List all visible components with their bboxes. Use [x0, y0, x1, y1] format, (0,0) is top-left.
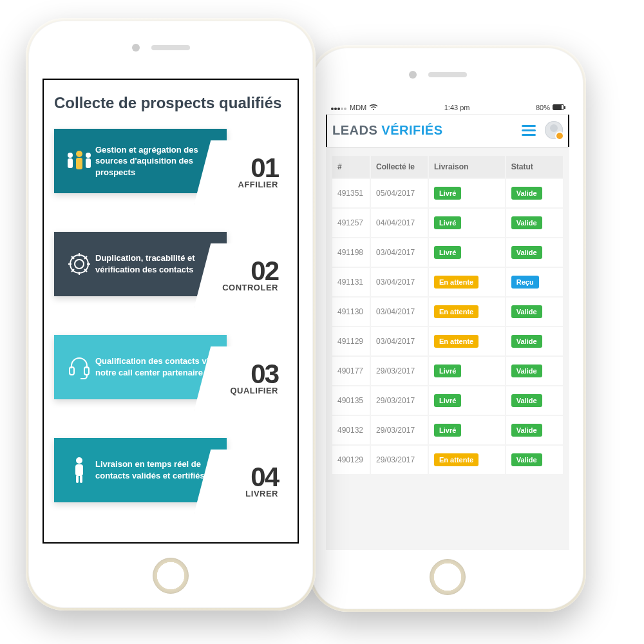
cell-status: Reçu — [506, 268, 563, 296]
step-affilier[interactable]: Gestion et agrégation des sources d'aqui… — [54, 129, 287, 214]
cell-date: 29/03/2017 — [371, 416, 428, 444]
svg-point-10 — [76, 457, 82, 464]
cell-date: 03/04/2017 — [371, 298, 428, 326]
delivery-badge: Livré — [434, 246, 461, 259]
table-row[interactable]: 49012929/03/2017En attenteValide — [332, 446, 563, 474]
svg-rect-12 — [76, 475, 79, 483]
step-label: AFFILIER — [238, 180, 279, 189]
step-desc: Livraison en temps réel de contacts vali… — [95, 459, 216, 481]
table-row[interactable]: 49013529/03/2017LivréValide — [332, 386, 563, 415]
cell-id: 491257 — [332, 209, 370, 237]
delivery-badge: Livré — [434, 394, 461, 407]
cell-status: Valide — [506, 446, 563, 474]
status-badge: Valide — [511, 246, 542, 259]
step-qualifier[interactable]: Qualification des contacts via notre cal… — [54, 335, 287, 420]
cell-status: Valide — [506, 209, 563, 237]
step-label: CONTROLER — [222, 283, 278, 292]
table-row[interactable]: 49017729/03/2017LivréValide — [332, 357, 563, 385]
battery-label: 80% — [536, 104, 550, 111]
col-date[interactable]: Collecté le — [371, 156, 428, 178]
cell-status: Valide — [506, 357, 563, 385]
col-id[interactable]: # — [332, 156, 370, 178]
cell-id: 491130 — [332, 298, 370, 326]
cell-id: 491131 — [332, 268, 370, 296]
cell-date: 05/04/2017 — [371, 179, 428, 207]
table-row[interactable]: 49113103/04/2017En attenteReçu — [332, 268, 563, 296]
cell-date: 29/03/2017 — [371, 446, 428, 474]
cell-date: 03/04/2017 — [371, 327, 428, 355]
delivery-badge: En attente — [434, 305, 478, 318]
table-row[interactable]: 49125704/04/2017LivréValide — [332, 209, 563, 237]
delivery-badge: En attente — [434, 453, 478, 466]
menu-icon[interactable] — [522, 125, 536, 136]
svg-point-14 — [373, 109, 374, 110]
delivery-badge: Livré — [434, 365, 461, 377]
cell-status: Valide — [506, 298, 563, 326]
cell-delivery: Livré — [429, 209, 505, 237]
page-title: Collecte de prospects qualifiés — [54, 94, 287, 112]
phone-left: Collecte de prospects qualifiés Gestion … — [26, 18, 316, 611]
app-bar: LEADS VÉRIFIÉS — [326, 115, 569, 148]
gear-icon — [63, 251, 95, 277]
cell-id: 491351 — [332, 179, 370, 207]
svg-rect-13 — [80, 475, 82, 483]
phone-camera — [409, 71, 417, 79]
table-row[interactable]: 49113003/04/2017En attenteValide — [332, 298, 563, 326]
home-button[interactable] — [153, 558, 189, 594]
phone-right: MDM 1:43 pm 80% LEADS VÉRIFIÉS — [309, 45, 586, 612]
svg-point-6 — [75, 260, 84, 269]
brand-logo[interactable]: LEADS VÉRIFIÉS — [332, 123, 443, 138]
cell-status: Valide — [506, 386, 563, 415]
brand-word-2: VÉRIFIÉS — [381, 123, 442, 137]
delivery-badge: Livré — [434, 424, 461, 437]
home-button[interactable] — [430, 559, 466, 595]
screen-right: MDM 1:43 pm 80% LEADS VÉRIFIÉS — [326, 100, 569, 550]
signal-icon — [331, 104, 347, 111]
wifi-icon — [369, 104, 378, 111]
status-badge: Valide — [511, 394, 542, 407]
leads-table-wrap: # Collecté le Livraison Statut 49135105/… — [326, 148, 569, 550]
phone-speaker — [428, 72, 467, 77]
svg-point-0 — [76, 151, 82, 157]
table-row[interactable]: 49112903/04/2017En attenteValide — [332, 327, 563, 355]
svg-point-2 — [68, 153, 73, 158]
status-badge: Valide — [511, 187, 542, 200]
cell-id: 491129 — [332, 327, 370, 355]
headset-icon — [63, 354, 95, 380]
avatar[interactable] — [545, 121, 563, 139]
status-badge: Valide — [511, 216, 542, 229]
step-number: 01 — [251, 156, 278, 180]
step-desc: Qualification des contacts via notre cal… — [95, 355, 216, 378]
phone-speaker — [151, 45, 190, 50]
cell-delivery: Livré — [429, 179, 505, 207]
table-row[interactable]: 49135105/04/2017LivréValide — [332, 179, 563, 207]
cell-date: 03/04/2017 — [371, 268, 428, 296]
step-livrer[interactable]: Livraison en temps réel de contacts vali… — [54, 438, 287, 523]
delivery-badge: En attente — [434, 335, 478, 348]
cell-status: Valide — [506, 179, 563, 207]
svg-rect-11 — [75, 464, 83, 476]
svg-point-4 — [86, 153, 91, 158]
col-delivery[interactable]: Livraison — [429, 156, 505, 178]
delivery-badge: Livré — [434, 187, 461, 200]
screen-left: Collecte de prospects qualifiés Gestion … — [43, 79, 299, 544]
leads-table: # Collecté le Livraison Statut 49135105/… — [331, 155, 564, 475]
table-row[interactable]: 49119803/04/2017LivréValide — [332, 238, 563, 267]
status-badge: Valide — [511, 424, 542, 437]
cell-status: Valide — [506, 327, 563, 355]
battery-icon — [553, 104, 564, 110]
phone-camera — [132, 44, 140, 52]
clock-label: 1:43 pm — [444, 104, 470, 111]
cell-delivery: Livré — [429, 416, 505, 444]
step-controler[interactable]: Duplication, tracabilité et vérification… — [54, 232, 287, 317]
col-status[interactable]: Statut — [506, 156, 563, 178]
step-number: 03 — [251, 362, 278, 386]
svg-rect-1 — [76, 158, 82, 169]
table-row[interactable]: 49013229/03/2017LivréValide — [332, 416, 563, 444]
status-badge: Valide — [511, 365, 542, 377]
cell-delivery: Livré — [429, 357, 505, 385]
cell-date: 04/04/2017 — [371, 209, 428, 237]
cell-id: 490129 — [332, 446, 370, 474]
svg-rect-3 — [68, 158, 73, 168]
cell-id: 490132 — [332, 416, 370, 444]
